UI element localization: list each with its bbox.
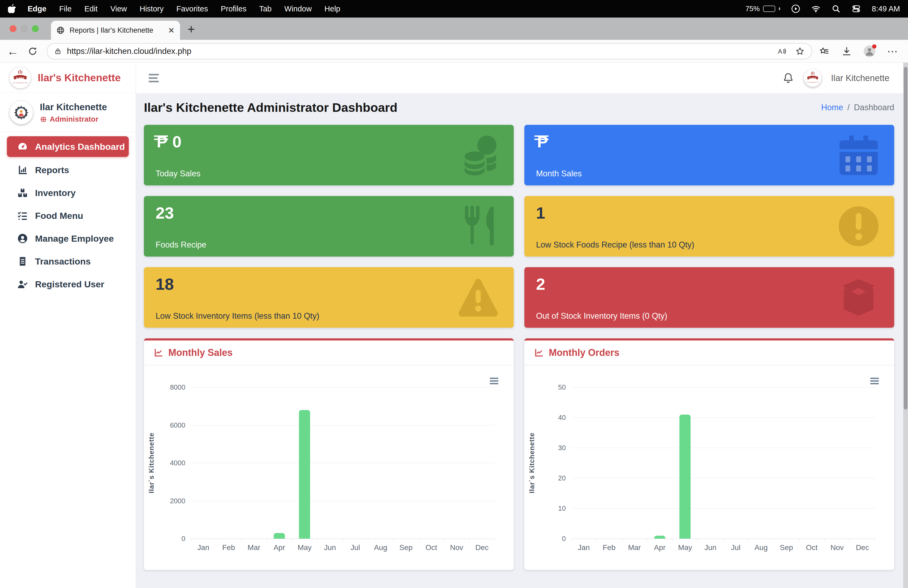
x-axis-tick-label: Mar (241, 543, 267, 552)
menubar-item[interactable]: History (140, 5, 164, 13)
play-circle-icon[interactable] (791, 4, 800, 13)
read-aloud-icon[interactable]: A (777, 47, 787, 56)
menubar-item[interactable]: Edit (84, 5, 98, 13)
menubar-item[interactable]: File (59, 5, 72, 13)
x-axis-tickmark (647, 539, 647, 541)
back-button[interactable]: ← (7, 45, 19, 57)
sidebar-user-panel: Ilar Kitchenette Administrator (0, 93, 136, 132)
y-axis-tick-label: 8000 (163, 383, 185, 391)
x-axis-tickmark (469, 539, 470, 541)
sidebar-item-label: Food Menu (35, 211, 83, 221)
favorite-star-icon[interactable] (795, 47, 805, 56)
x-axis-tickmark (292, 539, 292, 541)
spotlight-search-icon[interactable] (832, 4, 840, 13)
y-axis-tick-label: 10 (544, 504, 566, 512)
y-axis-tick-label: 6000 (163, 421, 185, 429)
browser-tab-strip: Reports | Ilar's Kitchenette ✕ + (0, 18, 908, 40)
reload-button[interactable] (27, 46, 38, 56)
tab-close-icon[interactable]: ✕ (168, 26, 175, 35)
browser-tab[interactable]: Reports | Ilar's Kitchenette ✕ (51, 21, 180, 40)
sidebar-item-label: Reports (35, 165, 69, 175)
x-axis-tick-label: Feb (216, 543, 241, 552)
chart-plot: Ilar`s Kitchenette 01020304050JanFebMarA… (571, 387, 875, 539)
control-center-icon[interactable] (852, 4, 861, 13)
sidebar-item-transactions[interactable]: Transactions (0, 250, 136, 273)
globe-role-icon (40, 116, 47, 123)
stat-label: Today Sales (156, 169, 502, 179)
stat-value (536, 133, 882, 151)
topbar-user-name[interactable]: Ilar Kitchenette (831, 73, 889, 83)
box-open-icon (835, 274, 882, 321)
stat-card-out-of-stock[interactable]: 2 Out of Stock Inventory Items (0 Qty) (524, 267, 894, 328)
window-minimize-button[interactable] (21, 25, 27, 32)
browser-profile-avatar[interactable] (864, 45, 875, 57)
breadcrumb-home-link[interactable]: Home (821, 103, 843, 112)
sidebar-toggle-button[interactable] (149, 74, 159, 82)
downloads-icon[interactable] (841, 46, 852, 56)
stat-cards: 0 Today Sales Month Sales (144, 125, 894, 328)
menubar-item[interactable]: Window (284, 5, 312, 13)
x-axis-tickmark (698, 539, 698, 541)
x-axis-tick-label: Jun (698, 543, 723, 552)
stat-label: Month Sales (536, 169, 882, 179)
wifi-icon[interactable] (811, 4, 820, 13)
lock-icon[interactable] (54, 48, 61, 55)
svg-text:KITCHENETTE: KITCHENETTE (806, 82, 819, 83)
window-close-button[interactable] (10, 25, 16, 32)
menubar-item[interactable]: Edge (27, 5, 47, 13)
sidebar-item-manage-employee[interactable]: Manage Employee (0, 227, 136, 250)
stat-card-low-stock-foods[interactable]: 1 Low Stock Foods Recipe (less than 10 Q… (524, 196, 894, 256)
apple-icon[interactable] (8, 4, 16, 13)
stat-value: 1 (536, 204, 882, 222)
x-axis-tick-label: Oct (799, 543, 824, 552)
chart-gridline (191, 425, 494, 425)
chart-gridline (571, 448, 875, 448)
browser-menu-button[interactable]: ⋯ (887, 45, 898, 57)
notifications-bell-icon[interactable] (782, 72, 794, 84)
y-axis-tick-label: 40 (544, 414, 566, 422)
menubar-item[interactable]: View (110, 5, 127, 13)
chart-bar[interactable] (299, 410, 310, 539)
sidebar-item-inventory[interactable]: Inventory (0, 181, 136, 204)
stat-card-low-stock-inventory[interactable]: 18 Low Stock Inventory Items (less than … (144, 267, 514, 328)
new-tab-button[interactable]: + (187, 22, 195, 36)
chart-bar[interactable] (654, 536, 665, 539)
menubar-item[interactable]: Tab (259, 5, 272, 13)
stat-card-month-sales[interactable]: Month Sales (524, 125, 894, 185)
chart-bar[interactable] (274, 533, 285, 539)
menubar-clock[interactable]: 8:49 AM (872, 5, 900, 13)
sidebar-item-label: Analytics Dashboard (35, 142, 125, 152)
receipt-icon (17, 256, 28, 267)
menubar-item[interactable]: Help (324, 5, 340, 13)
x-axis-tick-label: Nov (824, 543, 850, 552)
scrollbar-thumb[interactable] (904, 67, 908, 409)
topbar-avatar-logo[interactable]: ILAR'S KITCHENETTE (804, 69, 821, 87)
y-axis-tick-label: 4000 (163, 459, 185, 467)
x-axis-tick-label: Mar (622, 543, 647, 552)
scrollbar[interactable] (903, 63, 908, 588)
sidebar-item-analytics-dashboard[interactable]: Analytics Dashboard (7, 136, 129, 157)
sidebar-item-food-menu[interactable]: Food Menu (0, 204, 136, 227)
stat-card-today-sales[interactable]: 0 Today Sales (144, 125, 514, 185)
stat-label: Out of Stock Inventory Items (0 Qty) (536, 311, 882, 321)
url-text[interactable]: https://ilar-kitchen.cloud/index.php (67, 47, 769, 56)
address-bar[interactable]: https://ilar-kitchen.cloud/index.php A (47, 43, 812, 60)
tachometer-icon (17, 141, 28, 152)
menubar-item[interactable]: Favorites (176, 5, 208, 13)
window-zoom-button[interactable] (32, 25, 39, 32)
sidebar-item-reports[interactable]: Reports (0, 159, 136, 181)
user-check-icon (17, 279, 28, 290)
x-axis-tick-label: Sep (774, 543, 799, 552)
battery-indicator[interactable]: 75% (745, 5, 780, 13)
sidebar-item-registered-user[interactable]: Registered User (0, 273, 136, 296)
stat-card-foods-recipe[interactable]: 23 Foods Recipe (144, 196, 514, 256)
triangle-exclamation-icon (454, 274, 502, 321)
user-avatar-gear-icon[interactable] (10, 101, 33, 124)
collections-icon[interactable] (819, 46, 830, 56)
chart-bar[interactable] (679, 414, 691, 539)
chart-menu-button[interactable] (490, 378, 498, 384)
stat-value: 18 (156, 275, 502, 293)
sidebar-brand[interactable]: ILAR'S KITCHENETTE Ilar's Kitchenette (0, 63, 136, 93)
menubar-item[interactable]: Profiles (221, 5, 246, 13)
chart-menu-button[interactable] (870, 378, 879, 384)
